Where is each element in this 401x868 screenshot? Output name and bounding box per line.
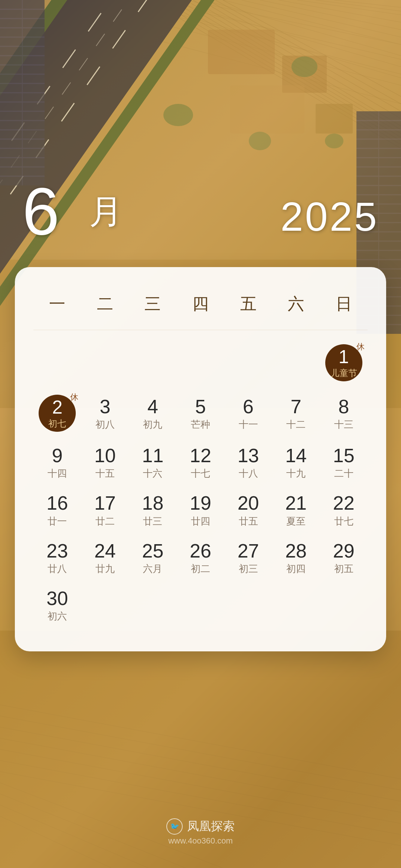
day-lunar-3: 初八: [95, 419, 115, 430]
day-22[interactable]: 22 廿七: [320, 486, 368, 533]
calendar-card: 一 二 三 四 五 六 日 休 1 儿童节 休 2 初七: [15, 267, 386, 651]
day-24[interactable]: 24 廿九: [81, 534, 129, 581]
day-1[interactable]: 休 1 儿童节: [320, 338, 368, 388]
weekday-sat: 六: [272, 286, 320, 322]
day-9[interactable]: 9 十四: [33, 438, 81, 486]
day-lunar-16: 廿一: [48, 516, 67, 527]
day-lunar-12: 十七: [191, 468, 210, 479]
day-num-29: 29: [333, 540, 355, 562]
day-num-11: 11: [142, 445, 164, 466]
day-19[interactable]: 19 廿四: [177, 486, 225, 533]
day-16[interactable]: 16 廿一: [33, 486, 81, 533]
day-num-24: 24: [94, 540, 116, 562]
weekday-wed: 三: [129, 286, 177, 322]
watermark-url: www.4oo360.com: [166, 836, 235, 846]
day-30[interactable]: 30 初六: [33, 581, 81, 629]
day-num-18: 18: [142, 493, 164, 514]
empty-cell: [81, 581, 129, 629]
year-label: 2025: [280, 193, 379, 240]
day-lunar-7: 十二: [286, 419, 306, 430]
day-lunar-27: 初三: [239, 563, 258, 575]
day-10[interactable]: 10 十五: [81, 438, 129, 486]
day-26[interactable]: 26 初二: [177, 534, 225, 581]
day-num-27: 27: [238, 540, 259, 562]
day-27[interactable]: 27 初三: [224, 534, 272, 581]
day-4[interactable]: 4 初九: [129, 388, 177, 438]
day-lunar-18: 廿三: [143, 516, 162, 527]
day-11[interactable]: 11 十六: [129, 438, 177, 486]
day-num-13: 13: [238, 445, 259, 466]
day-lunar-17: 廿二: [95, 516, 115, 527]
day-lunar-6: 十一: [239, 419, 258, 430]
day-num-4: 4: [147, 396, 158, 417]
empty-cell: [33, 338, 81, 388]
day-lunar-9: 十四: [48, 468, 67, 479]
day-3[interactable]: 3 初八: [81, 388, 129, 438]
empty-cell: [272, 581, 320, 629]
day-num-20: 20: [238, 493, 259, 514]
svg-point-35: [163, 104, 193, 126]
day-13[interactable]: 13 十八: [224, 438, 272, 486]
month-number: 6: [22, 178, 58, 245]
weekday-fri: 五: [224, 286, 272, 322]
day-lunar-19: 廿四: [191, 516, 210, 527]
day-lunar-25: 六月: [143, 563, 162, 575]
weekday-sun: 日: [320, 286, 368, 322]
svg-rect-31: [208, 30, 275, 74]
day-12[interactable]: 12 十七: [177, 438, 225, 486]
day-num-7: 7: [291, 396, 301, 417]
day-lunar-10: 十五: [95, 468, 115, 479]
day-29[interactable]: 29 初五: [320, 534, 368, 581]
day-num-26: 26: [190, 540, 211, 562]
weekday-mon: 一: [33, 286, 81, 322]
svg-rect-33: [230, 85, 304, 134]
day-num-1: 1: [339, 347, 349, 367]
svg-point-38: [325, 134, 343, 148]
day-17[interactable]: 17 廿二: [81, 486, 129, 533]
day-25[interactable]: 25 六月: [129, 534, 177, 581]
day-num-19: 19: [190, 493, 211, 514]
day-lunar-8: 十三: [334, 419, 353, 430]
month-char: 月: [89, 189, 123, 234]
day-lunar-20: 廿五: [239, 516, 258, 527]
day-20[interactable]: 20 廿五: [224, 486, 272, 533]
day-5[interactable]: 5 芒种: [177, 388, 225, 438]
empty-cell: [224, 581, 272, 629]
day-num-2: 2: [52, 397, 62, 418]
day-lunar-2: 初七: [48, 418, 66, 429]
day-6[interactable]: 6 十一: [224, 388, 272, 438]
empty-cell: [272, 338, 320, 388]
day-lunar-5: 芒种: [191, 419, 210, 430]
day-15[interactable]: 15 二十: [320, 438, 368, 486]
weekday-headers: 一 二 三 四 五 六 日: [33, 286, 368, 330]
day-num-5: 5: [195, 396, 206, 417]
day-lunar-22: 廿七: [334, 516, 353, 527]
day-num-10: 10: [94, 445, 116, 466]
empty-cell: [320, 581, 368, 629]
day-circle-1: 1 儿童节: [325, 344, 362, 381]
empty-cell: [81, 338, 129, 388]
day-num-12: 12: [190, 445, 211, 466]
day-num-6: 6: [243, 396, 254, 417]
day-14[interactable]: 14 十九: [272, 438, 320, 486]
day-circle-2: 2 初七: [39, 395, 76, 432]
day-lunar-11: 十六: [143, 468, 162, 479]
day-7[interactable]: 7 十二: [272, 388, 320, 438]
day-lunar-1: 儿童节: [330, 368, 357, 379]
day-lunar-30: 初六: [48, 611, 67, 622]
day-lunar-28: 初四: [286, 563, 306, 575]
day-num-17: 17: [94, 493, 116, 514]
day-num-14: 14: [285, 445, 307, 466]
day-num-28: 28: [285, 540, 307, 562]
day-8[interactable]: 8 十三: [320, 388, 368, 438]
day-lunar-4: 初九: [143, 419, 162, 430]
svg-rect-34: [316, 104, 353, 134]
day-18[interactable]: 18 廿三: [129, 486, 177, 533]
day-23[interactable]: 23 廿八: [33, 534, 81, 581]
day-2[interactable]: 休 2 初七: [33, 388, 81, 438]
day-28[interactable]: 28 初四: [272, 534, 320, 581]
day-21[interactable]: 21 夏至: [272, 486, 320, 533]
svg-point-36: [249, 132, 271, 150]
day-num-16: 16: [46, 493, 68, 514]
watermark: 🐦 凤凰探索 www.4oo360.com: [166, 818, 235, 846]
